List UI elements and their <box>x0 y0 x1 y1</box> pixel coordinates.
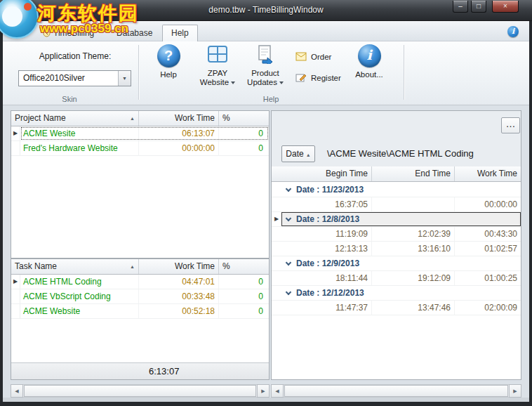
row-marker-cell: ▶ <box>11 275 20 289</box>
product-updates-button[interactable]: Product Updates <box>244 43 287 96</box>
row-cells: ACME VbScript Coding00:33:480 <box>20 289 269 303</box>
table-row[interactable]: 12:13:1313:16:1001:02:57 <box>272 242 521 256</box>
scroll-left-button[interactable]: ◀ <box>271 384 284 398</box>
column-header-work-time[interactable]: Work Time <box>138 111 218 126</box>
left-horizontal-scrollbar[interactable]: ◀ ▶ <box>11 384 270 398</box>
column-header-percent[interactable]: % <box>218 111 269 126</box>
info-button[interactable]: i <box>507 26 519 37</box>
zpay-label-line2: Website <box>200 78 229 86</box>
cell-work-time: 00:43:30 <box>454 227 521 241</box>
table-row[interactable]: ACME VbScript Coding00:33:480 <box>11 289 269 304</box>
scroll-left-button[interactable]: ◀ <box>11 384 23 398</box>
column-header-begin-time[interactable]: Begin Time <box>281 166 371 181</box>
cell-end-time: 19:12:09 <box>371 271 454 285</box>
table-row[interactable]: Fred's Hardware Website00:00:000 <box>11 141 269 156</box>
chevron-down-icon[interactable] <box>286 186 291 192</box>
theme-combobox-value: Office2010Silver <box>23 71 117 86</box>
order-button-label: Order <box>311 53 331 61</box>
cell-begin-time: 16:37:05 <box>281 197 371 211</box>
column-header-project-name[interactable]: Project Name▲ <box>11 111 138 126</box>
column-header-work-time[interactable]: Work Time <box>138 259 218 274</box>
table-row[interactable]: 16:37:0500:00:00 <box>272 197 521 212</box>
theme-combobox[interactable]: Office2010Silver ▼ <box>18 70 131 86</box>
sort-asc-icon: ▲ <box>130 111 135 126</box>
register-button[interactable]: Register <box>293 70 344 86</box>
tab-label: Database <box>117 28 152 38</box>
status-band <box>3 398 529 402</box>
work-time-total: 6:13:07 <box>139 363 218 379</box>
chevron-down-icon[interactable] <box>286 289 291 295</box>
dropdown-arrow-icon <box>231 81 235 84</box>
table-row[interactable]: ▶ACME HTML Coding04:47:010 <box>11 275 269 289</box>
group-row[interactable]: ▶Date : 12/8/2013 <box>272 212 521 227</box>
column-header-label: Begin Time <box>326 169 368 178</box>
group-caption-help: Help <box>138 95 404 103</box>
scroll-right-button[interactable]: ▶ <box>257 384 270 398</box>
column-header-work-time[interactable]: Work Time <box>454 166 521 181</box>
detail-grid-rows: Date : 11/23/201316:37:0500:00:00▶Date :… <box>272 183 521 315</box>
scroll-right-button[interactable]: ▶ <box>509 384 521 398</box>
column-header-percent[interactable]: % <box>218 259 269 274</box>
group-row[interactable]: Date : 11/23/2013 <box>272 183 521 197</box>
projects-grid-rows: ▶ACME Wesite06:13:070Fred's Hardware Web… <box>11 126 269 156</box>
scroll-thumb[interactable] <box>24 385 256 397</box>
row-marker-cell <box>272 242 281 256</box>
help-button[interactable]: ? Help <box>149 43 187 96</box>
chevron-down-icon[interactable] <box>286 260 291 266</box>
close-button[interactable]: × <box>492 1 519 13</box>
dropdown-arrow-icon <box>279 81 284 84</box>
row-marker-cell <box>272 256 281 270</box>
row-marker-cell <box>11 141 20 155</box>
minimize-button[interactable]: – <box>453 1 468 13</box>
table-row[interactable]: 18:11:4419:12:0901:00:25 <box>272 271 521 286</box>
group-row-content: Date : 12/12/2013 <box>281 286 521 300</box>
more-button[interactable]: … <box>501 117 520 133</box>
zpay-website-button[interactable]: ZPAY Website <box>197 43 238 96</box>
column-header-end-time[interactable]: End Time <box>371 166 454 181</box>
row-cells: ACME Website00:52:180 <box>20 304 269 318</box>
scroll-right-icon: ▶ <box>513 388 517 393</box>
sort-asc-icon: ▲ <box>306 152 311 157</box>
cell-begin-time: 18:11:44 <box>281 271 371 285</box>
tab-timebilling[interactable]: TimeBilling <box>36 25 100 41</box>
scroll-track[interactable] <box>284 384 509 398</box>
table-row[interactable]: ACME Website00:52:180 <box>11 304 269 319</box>
tasks-grid: Task Name▲ Work Time % ▶ACME HTML Coding… <box>11 258 270 380</box>
cell-percent: 0 <box>218 275 269 289</box>
about-button[interactable]: i About... <box>349 43 390 96</box>
theme-combobox-dropdown-button[interactable]: ▼ <box>118 71 131 86</box>
row-marker-cell <box>272 286 281 300</box>
cell-end-time: 13:47:46 <box>371 301 454 315</box>
titlebar[interactable]: demo.tbw - TimeBillingWindow – □ × <box>0 0 532 21</box>
tab-database[interactable]: Database <box>110 25 159 41</box>
app-window: demo.tbw - TimeBillingWindow – □ × TimeB… <box>0 0 532 406</box>
clock-icon <box>43 27 51 42</box>
column-header-label: Work Time <box>477 169 517 178</box>
scroll-track[interactable] <box>23 384 257 398</box>
column-header-label: Work Time <box>175 261 215 271</box>
indicator-header-cell <box>272 166 281 181</box>
group-row[interactable]: Date : 12/9/2013 <box>272 256 521 271</box>
cell-end-time: 13:16:10 <box>371 242 454 256</box>
column-header-label: Task Name <box>15 261 57 271</box>
maximize-button[interactable]: □ <box>471 1 486 13</box>
table-row[interactable]: ▶ACME Wesite06:13:070 <box>11 126 269 141</box>
table-row[interactable]: 11:47:3713:47:4602:00:09 <box>272 301 521 315</box>
group-label: Date : 12/8/2013 <box>296 212 359 226</box>
group-row[interactable]: Date : 12/12/2013 <box>272 286 521 301</box>
table-row[interactable]: 11:19:0912:02:3900:43:30 <box>272 227 521 242</box>
chevron-down-icon[interactable] <box>286 216 291 221</box>
register-icon <box>295 72 307 84</box>
row-marker-cell <box>272 227 281 241</box>
group-label: Date : 11/23/2013 <box>296 183 364 197</box>
scroll-thumb[interactable] <box>284 385 508 397</box>
sort-asc-icon: ▲ <box>130 259 135 274</box>
order-button[interactable]: Order <box>293 48 334 65</box>
column-header-task-name[interactable]: Task Name▲ <box>11 259 138 274</box>
help-button-label: Help <box>160 70 177 79</box>
cell-percent: 0 <box>218 304 269 318</box>
product-updates-icon <box>244 44 287 66</box>
tab-help[interactable]: Help <box>162 25 198 41</box>
date-group-button[interactable]: Date▲ <box>281 145 315 162</box>
right-horizontal-scrollbar[interactable]: ◀ ▶ <box>271 384 521 398</box>
